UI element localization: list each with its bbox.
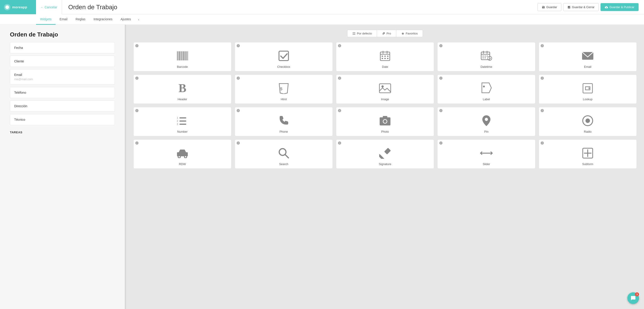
- barcode-icon: [176, 46, 188, 65]
- save-button[interactable]: Guardar: [538, 3, 561, 11]
- widget-rdw[interactable]: i RDW: [133, 140, 232, 169]
- widget-lookup[interactable]: i Lookup: [538, 74, 637, 104]
- chat-button[interactable]: 3: [627, 292, 639, 304]
- filter-tab-pro[interactable]: Pro: [377, 30, 396, 37]
- save-icon: [542, 6, 545, 9]
- widget-label: RDW: [179, 162, 186, 166]
- info-icon: i: [338, 142, 341, 144]
- widget-checkbox[interactable]: i Checkbox: [235, 42, 333, 72]
- field-tecnico[interactable]: Técnico: [10, 114, 115, 125]
- svg-rect-37: [380, 84, 391, 93]
- info-icon: i: [135, 44, 138, 47]
- lookup-icon: [582, 78, 593, 98]
- widget-pin[interactable]: i Pin: [437, 107, 536, 136]
- svg-rect-9: [187, 51, 187, 60]
- info-icon: i: [135, 109, 138, 112]
- widget-html[interactable]: i 5 Html: [235, 74, 333, 104]
- widget-label: Lookup: [583, 98, 593, 101]
- field-telefono[interactable]: Teléfono: [10, 87, 115, 98]
- filter-tab-default[interactable]: Por defecto: [347, 30, 377, 37]
- save-publish-button[interactable]: Guardar & Publicar: [600, 3, 638, 11]
- email-icon: [582, 46, 594, 65]
- svg-point-39: [483, 86, 485, 88]
- widget-date[interactable]: i Date: [336, 42, 434, 72]
- widget-label: Checkbox: [277, 65, 290, 68]
- save-close-label: Guardar & Cerrar: [572, 6, 594, 9]
- svg-point-54: [586, 118, 590, 123]
- svg-text:2: 2: [177, 120, 178, 122]
- widget-label: Signature: [379, 162, 391, 166]
- svg-rect-19: [382, 58, 383, 59]
- phone-icon: [278, 110, 289, 130]
- datetime-icon: [481, 46, 492, 65]
- cancel-button[interactable]: ← Cancelar: [36, 0, 62, 14]
- svg-rect-30: [484, 58, 486, 58]
- filter-tab-favoritos[interactable]: Favoritos: [396, 30, 423, 37]
- info-icon: i: [237, 76, 240, 80]
- number-icon: 1 2 3: [176, 110, 188, 130]
- widget-phone[interactable]: i Phone: [235, 107, 333, 136]
- widget-label: Subform: [582, 162, 593, 166]
- image-icon: [379, 78, 391, 98]
- svg-text:1: 1: [177, 116, 178, 119]
- subform-icon: [582, 143, 593, 162]
- field-fecha[interactable]: Fecha: [10, 42, 115, 54]
- svg-rect-18: [387, 56, 388, 57]
- form-preview-title: Orden de Trabajo: [10, 31, 115, 38]
- filter-tabs: Por defecto Pro Favoritos: [133, 30, 637, 37]
- info-icon: i: [135, 76, 138, 80]
- widget-header[interactable]: i B Header: [133, 74, 232, 104]
- widget-photo[interactable]: i Photo: [336, 107, 434, 136]
- collapse-nav-button[interactable]: ‹: [135, 14, 142, 25]
- logo-text: moreapp: [12, 5, 27, 9]
- svg-rect-2: [179, 51, 180, 60]
- chat-badge: 3: [635, 292, 639, 296]
- tab-email[interactable]: Email: [56, 14, 72, 25]
- widget-subform[interactable]: i Subform: [538, 140, 637, 169]
- widget-datetime[interactable]: i: [437, 42, 536, 72]
- widget-search[interactable]: i Search: [235, 140, 333, 169]
- svg-rect-26: [482, 56, 484, 56]
- svg-rect-16: [382, 56, 383, 57]
- field-label: Fecha: [14, 46, 110, 50]
- grid-icon: [352, 32, 356, 35]
- widget-slider[interactable]: i Slider: [437, 140, 536, 169]
- rdw-icon: [176, 143, 189, 162]
- info-icon: i: [338, 76, 341, 80]
- widget-panel: Por defecto Pro Favoritos i Bar: [126, 25, 644, 309]
- svg-rect-4: [181, 51, 182, 60]
- widget-label-widget[interactable]: i Label: [437, 74, 536, 104]
- tab-integraciones[interactable]: Integraciones: [90, 14, 116, 25]
- svg-rect-17: [384, 56, 386, 57]
- field-cliente[interactable]: Cliente: [10, 56, 115, 67]
- tab-widgets[interactable]: Widgets: [36, 14, 56, 25]
- save-close-icon: [568, 6, 570, 9]
- field-email[interactable]: Email me@mail.com: [10, 69, 115, 85]
- tab-reglas[interactable]: Reglas: [72, 14, 90, 25]
- svg-rect-7: [185, 51, 185, 60]
- nav-tabs-row: Widgets Email Reglas Integraciones Ajust…: [0, 14, 644, 25]
- star-icon: [401, 32, 404, 35]
- save-publish-label: Guardar & Publicar: [609, 6, 634, 9]
- tab-ajustes[interactable]: Ajustes: [116, 14, 135, 25]
- page-title: Orden de Trabajo: [62, 4, 538, 11]
- widget-image[interactable]: i Image: [336, 74, 434, 104]
- widget-barcode[interactable]: i Barcode: [133, 42, 232, 72]
- widget-label: Date: [382, 65, 388, 68]
- widget-signature[interactable]: i Signature: [336, 140, 434, 169]
- checkbox-icon: [278, 46, 289, 65]
- svg-text:5: 5: [280, 87, 282, 91]
- widget-label: Number: [177, 130, 188, 133]
- svg-rect-21: [387, 58, 388, 59]
- widget-radio[interactable]: i Radio: [538, 107, 637, 136]
- field-direccion[interactable]: Dirección: [10, 100, 115, 112]
- save-close-button[interactable]: Guardar & Cerrar: [563, 3, 599, 11]
- widget-number[interactable]: i 1 2 3 Number: [133, 107, 232, 136]
- info-icon: i: [541, 76, 544, 80]
- widget-email[interactable]: i Email: [538, 42, 637, 72]
- svg-rect-5: [182, 51, 183, 60]
- header-icon: B: [178, 78, 186, 98]
- field-label: Teléfono: [14, 91, 110, 94]
- section-title: TAREAS: [10, 128, 115, 135]
- search-icon: [278, 143, 289, 162]
